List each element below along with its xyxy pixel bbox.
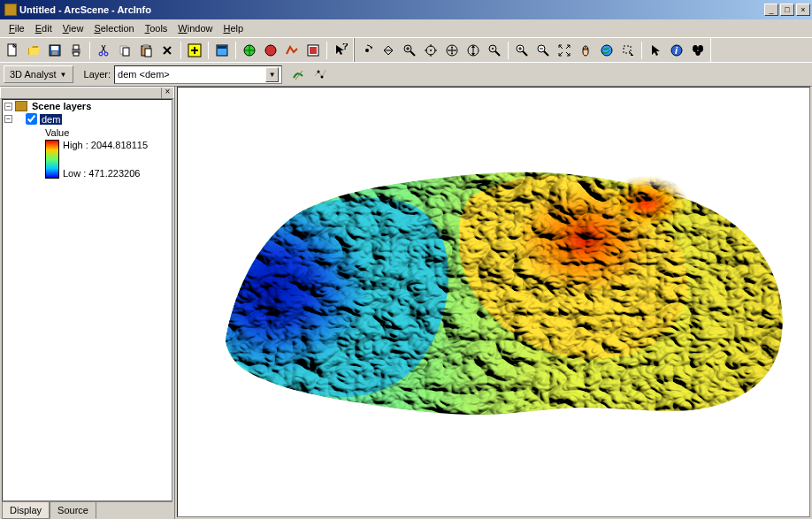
svg-point-38 — [318, 71, 320, 73]
color-ramp-icon — [45, 140, 59, 179]
analyst-label: 3D Analyst — [10, 69, 57, 80]
layer-label: Layer: — [84, 69, 111, 80]
toc-layer-label: dem — [40, 114, 62, 125]
toc-root-row[interactable]: − Scene layers — [3, 100, 172, 112]
new-file-icon[interactable] — [3, 41, 22, 60]
ramp-high-label: High : 2044.818115 — [63, 140, 148, 150]
svg-text:?: ? — [342, 43, 348, 51]
chevron-down-icon[interactable]: ▼ — [265, 67, 279, 82]
table-of-contents: × − Scene layers − dem Value High : 2044… — [0, 87, 175, 519]
layer-value: dem <dem> — [118, 69, 170, 80]
toc-layer-row[interactable]: − dem — [3, 112, 172, 126]
main-toolbar: ? i — [0, 37, 812, 62]
menu-selection[interactable]: Selection — [88, 21, 139, 35]
terrain-surface — [195, 114, 797, 450]
svg-point-39 — [321, 76, 324, 79]
main-area: × − Scene layers − dem Value High : 2044… — [0, 87, 812, 519]
zoom-target-icon[interactable] — [485, 41, 504, 60]
scene-viewport[interactable] — [177, 87, 810, 517]
center-icon[interactable] — [421, 41, 440, 60]
svg-point-22 — [365, 49, 369, 52]
save-icon[interactable] — [45, 41, 65, 60]
cut-icon[interactable] — [94, 41, 113, 60]
render-icon[interactable] — [282, 41, 302, 60]
identify-icon[interactable]: i — [667, 41, 686, 60]
select-feature-icon[interactable] — [618, 41, 638, 60]
svg-point-36 — [693, 45, 698, 52]
svg-rect-6 — [73, 52, 79, 56]
close-button[interactable]: × — [796, 4, 810, 16]
menu-view[interactable]: View — [57, 21, 89, 35]
minimize-button[interactable]: _ — [764, 4, 778, 16]
interpolate-point-icon[interactable] — [310, 65, 330, 84]
svg-point-29 — [492, 48, 494, 50]
pointer-icon[interactable] — [646, 41, 665, 60]
scene-icon — [15, 101, 27, 111]
svg-point-7 — [99, 52, 103, 56]
ramp-low-label: Low : 471.223206 — [63, 168, 148, 179]
help-pointer-icon[interactable]: ? — [331, 41, 350, 60]
copy-icon[interactable] — [115, 41, 134, 60]
svg-rect-13 — [145, 49, 151, 57]
zoom-box-out-icon[interactable] — [533, 41, 553, 60]
window-title: Untitled - ArcScene - ArcInfo — [19, 4, 762, 15]
menu-file[interactable]: File — [4, 21, 30, 35]
toc-header: × — [0, 87, 174, 99]
pan-xy-icon[interactable] — [442, 41, 462, 60]
menu-edit[interactable]: Edit — [30, 21, 57, 35]
svg-rect-10 — [123, 48, 129, 56]
zoom-in-icon[interactable] — [400, 41, 419, 60]
find-icon[interactable] — [688, 41, 708, 60]
svg-point-18 — [265, 45, 276, 56]
svg-rect-16 — [218, 46, 226, 49]
open-icon[interactable] — [24, 41, 43, 60]
title-bar: Untitled - ArcScene - ArcInfo _ □ × — [0, 0, 812, 19]
app-icon — [4, 4, 17, 16]
menu-window[interactable]: Window — [172, 21, 218, 35]
full-extent-icon[interactable] — [555, 41, 574, 60]
delete-icon[interactable] — [157, 41, 177, 60]
toc-close-button[interactable]: × — [161, 88, 173, 98]
svg-rect-12 — [143, 44, 149, 47]
menu-bar: File Edit View Selection Tools Window He… — [0, 19, 812, 37]
paste-icon[interactable] — [136, 41, 156, 60]
layer-combobox[interactable]: dem <dem> ▼ — [114, 65, 282, 84]
toc-root-label: Scene layers — [30, 101, 93, 111]
svg-point-32 — [601, 45, 612, 56]
svg-rect-20 — [310, 47, 317, 54]
svg-point-8 — [104, 52, 108, 56]
collapse-icon[interactable]: − — [4, 103, 12, 111]
globe-nav-icon[interactable] — [240, 41, 259, 60]
box-icon[interactable] — [303, 41, 323, 60]
menu-tools[interactable]: Tools — [140, 21, 173, 35]
svg-point-37 — [698, 45, 703, 52]
maximize-button[interactable]: □ — [780, 4, 794, 16]
toc-tabs: Display Source — [2, 501, 172, 519]
rotate-icon[interactable] — [357, 41, 377, 60]
svg-rect-3 — [52, 51, 57, 55]
toc-color-ramp: High : 2044.818115 Low : 471.223206 — [45, 140, 172, 179]
svg-point-25 — [430, 50, 432, 51]
analyst-toolbar: 3D Analyst ▼ Layer: dem <dem> ▼ — [0, 62, 812, 87]
pan-icon[interactable] — [576, 41, 595, 60]
tab-source[interactable]: Source — [50, 502, 96, 519]
toc-tree[interactable]: − Scene layers − dem Value High : 2044.8… — [2, 99, 172, 501]
print-icon[interactable] — [66, 41, 86, 60]
toc-value-label: Value — [45, 126, 172, 140]
layer-visibility-checkbox[interactable] — [26, 113, 37, 125]
add-data-icon[interactable] — [185, 41, 204, 60]
interpolate-line-icon[interactable] — [289, 65, 309, 84]
zoom-box-in-icon[interactable] — [512, 41, 532, 60]
svg-rect-5 — [73, 45, 79, 50]
menu-help[interactable]: Help — [218, 21, 249, 35]
globe-icon[interactable] — [597, 41, 617, 60]
tab-display[interactable]: Display — [2, 502, 50, 519]
globe-zoom-icon[interactable] — [261, 41, 280, 60]
svg-point-40 — [514, 165, 709, 293]
collapse-icon[interactable]: − — [4, 115, 12, 123]
zoom-continuous-icon[interactable] — [379, 41, 398, 60]
svg-rect-2 — [51, 46, 58, 50]
pan-z-icon[interactable] — [463, 41, 483, 60]
analyst-dropdown[interactable]: 3D Analyst ▼ — [4, 65, 73, 83]
scene-props-icon[interactable] — [212, 41, 232, 60]
